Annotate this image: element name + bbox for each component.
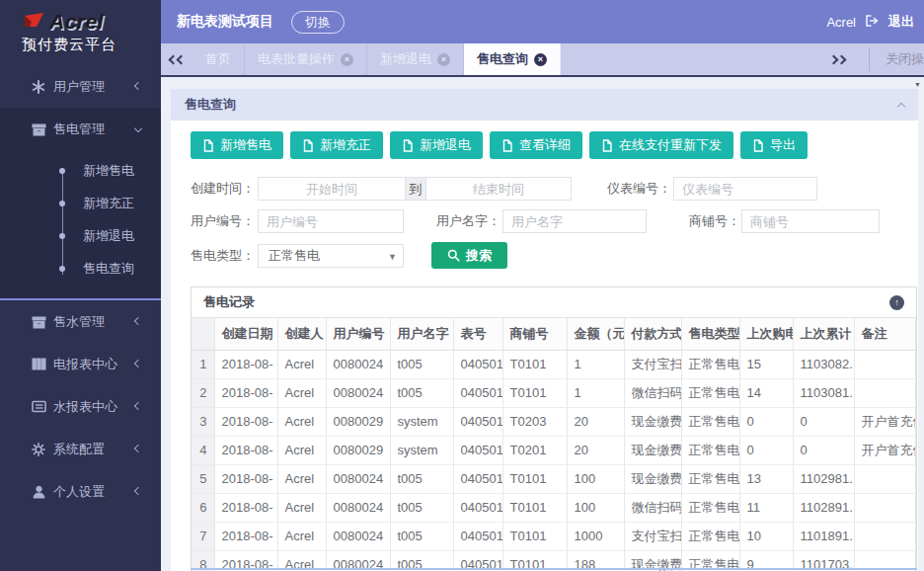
sidebar-item-label: 电报表中心: [53, 356, 117, 373]
scrollbar-arrow-icon[interactable]: ▼: [914, 81, 921, 88]
start-time-input[interactable]: [258, 177, 406, 201]
tabbar-divider: [869, 47, 870, 71]
column-header: 付款方式: [624, 318, 681, 350]
meter-no-input[interactable]: [673, 177, 817, 201]
table-cell: Acrel: [277, 407, 326, 436]
sidebar-subitem-new-recharge[interactable]: 新增充正: [0, 187, 161, 219]
table-cell: T0101: [502, 522, 567, 550]
tab-meter-batch[interactable]: 电表批量操作 ×: [245, 43, 367, 75]
table-cell: 现金缴费: [624, 407, 681, 436]
user-no-input[interactable]: [258, 209, 404, 233]
acrel-logo-icon: [22, 11, 45, 33]
button-label: 在线支付重新下发: [619, 136, 722, 154]
table-cell: 10: [739, 522, 793, 550]
table-cell: 1103082.: [793, 350, 854, 378]
end-time-input[interactable]: [425, 177, 572, 201]
table-row[interactable]: 22018-08-Acrel0080024t00504050101T01011微…: [192, 378, 916, 407]
table-cell: [854, 464, 916, 493]
shop-no-input[interactable]: [741, 209, 880, 233]
export-button[interactable]: 导出: [740, 131, 808, 159]
to-label: 到: [406, 177, 425, 201]
close-icon[interactable]: ×: [437, 53, 450, 66]
sidebar-item-water-sale[interactable]: 售水管理: [0, 300, 161, 343]
username: Acrel: [826, 15, 856, 30]
table-cell: 13: [739, 464, 793, 493]
table-row[interactable]: 52018-08-Acrel0080024t00504050101T010110…: [192, 464, 916, 493]
user-name-input[interactable]: [502, 209, 647, 233]
file-icon: [302, 139, 314, 152]
horizontal-scrollbar[interactable]: [191, 568, 917, 570]
table-row[interactable]: 42018-08-Acrel0080029system04050102T0201…: [192, 436, 916, 464]
logout-icon[interactable]: [865, 14, 880, 31]
logo-text: Acrel: [49, 10, 104, 34]
table-cell: t005: [390, 522, 453, 550]
sidebar-item-personal-settings[interactable]: 个人设置: [0, 470, 161, 513]
table-cell: 正常售电: [681, 350, 739, 378]
tab-sale-query[interactable]: 售电查询 ×: [464, 43, 561, 75]
panel-title: 售电查询: [185, 96, 236, 114]
table-cell: 0080024: [326, 522, 390, 550]
table-row[interactable]: 62018-08-Acrel0080024t00504050101T010110…: [192, 493, 916, 522]
table-cell: T0101: [502, 464, 567, 493]
table-cell: 2018-08-: [214, 436, 277, 464]
button-label: 新增退电: [420, 136, 471, 154]
new-sale-button[interactable]: 新增售电: [191, 131, 283, 159]
new-recharge-button[interactable]: 新增充正: [290, 131, 383, 159]
row-index: 7: [192, 522, 214, 550]
table-cell: 1: [567, 378, 624, 407]
sidebar-item-water-report[interactable]: 水报表中心: [0, 385, 161, 428]
sidebar-item-user-management[interactable]: 用户管理: [0, 65, 161, 108]
table-row[interactable]: 32018-08-Acrel0080029system04050102T0203…: [192, 407, 916, 436]
table-cell: 0: [739, 407, 793, 436]
search-button[interactable]: 搜索: [431, 242, 507, 269]
column-header: 创建人: [277, 318, 326, 350]
sidebar-subitem-new-refund[interactable]: 新增退电: [0, 219, 161, 252]
chevron-left-icon: [134, 316, 142, 324]
view-detail-button[interactable]: 查看详细: [490, 131, 582, 159]
gear-icon: [31, 442, 46, 457]
sidebar-item-electric-report[interactable]: 电报表中心: [0, 343, 161, 385]
double-chevron-left-icon: [176, 54, 186, 64]
table-cell: 04050101: [453, 350, 502, 378]
close-icon[interactable]: ×: [341, 53, 353, 66]
tab-new-refund[interactable]: 新增退电 ×: [367, 43, 464, 75]
row-index: 5: [192, 464, 214, 493]
tabs-scroll-right-button[interactable]: [830, 43, 845, 75]
record-table-body: 12018-08-Acrel0080024t00504050101T01011支…: [192, 350, 916, 571]
sidebar: Acrel 预付费云平台 用户管理 售电管理 新增售电 新增充正: [0, 0, 161, 571]
table-cell: system: [390, 436, 453, 464]
table-cell: 100: [567, 464, 624, 493]
tab-home[interactable]: 首页: [192, 43, 245, 75]
column-header: 用户编号: [326, 318, 390, 350]
chevron-down-icon: [134, 123, 142, 131]
table-cell: 04050102: [453, 436, 502, 464]
table-cell: T0101: [502, 493, 567, 522]
column-header: 备注: [854, 318, 916, 350]
table-cell: 0080024: [326, 464, 390, 493]
row-index: 6: [192, 493, 214, 522]
online-pay-resend-button[interactable]: 在线支付重新下发: [589, 131, 733, 159]
table-row[interactable]: 12018-08-Acrel0080024t00504050101T01011支…: [192, 350, 916, 378]
table-cell: T0101: [502, 350, 567, 378]
table-cell: 1000: [567, 522, 624, 550]
table-cell: 100: [567, 493, 624, 522]
close-icon[interactable]: ×: [534, 53, 547, 66]
switch-project-button[interactable]: 切换: [291, 11, 345, 34]
collapse-up-icon[interactable]: ↑: [889, 295, 904, 310]
sidebar-subitem-new-sale[interactable]: 新增售电: [0, 154, 161, 187]
table-row[interactable]: 72018-08-Acrel0080024t00504050101T010110…: [192, 522, 916, 550]
new-refund-button[interactable]: 新增退电: [390, 131, 483, 159]
collapse-chevron-icon[interactable]: [897, 103, 905, 111]
subitem-label: 售电查询: [83, 260, 134, 278]
close-operations-menu[interactable]: 关闭操作: [886, 43, 924, 75]
tabs-scroll-left-button[interactable]: [161, 43, 192, 75]
sidebar-item-sale-management[interactable]: 售电管理: [0, 108, 161, 150]
tab-label: 新增退电: [380, 50, 431, 68]
table-cell: t005: [390, 493, 453, 522]
table-cell: T0203: [502, 407, 567, 436]
logout-button[interactable]: 退出: [888, 13, 914, 31]
columns-icon: [31, 357, 46, 372]
sale-type-select[interactable]: 正常售电 ▼: [258, 244, 404, 268]
sidebar-subitem-sale-query[interactable]: 售电查询: [0, 252, 161, 285]
sidebar-item-system-config[interactable]: 系统配置: [0, 428, 161, 470]
